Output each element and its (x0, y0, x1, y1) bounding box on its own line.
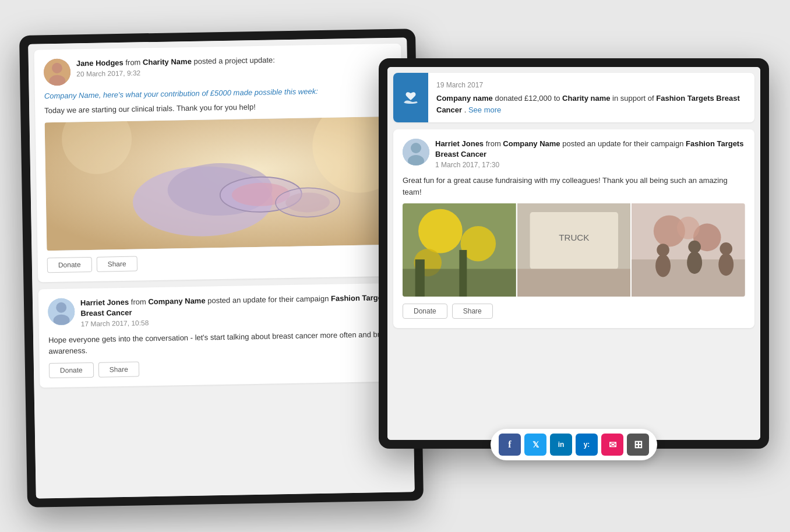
post-meta-jane: Jane Hodges from Charity Name posted a p… (76, 53, 393, 79)
svg-point-36 (655, 255, 671, 277)
action-harriet-right: posted an update for their campaign (562, 139, 686, 148)
device-left-screen: Jane Hodges from Charity Name posted a p… (28, 37, 415, 498)
avatar-harriet-left (48, 298, 75, 325)
donation-support: in support of (612, 94, 656, 103)
linkedin-button[interactable]: in (550, 434, 572, 456)
post-title-harriet-right: Harriet Jones from Company Name posted a… (435, 139, 745, 160)
device-right-screen: 19 March 2017 Company name donated £12,0… (387, 67, 760, 440)
avatar-jane (44, 58, 71, 86)
share-button-harriet-left[interactable]: Share (98, 361, 139, 377)
author-jane: Jane Hodges (76, 58, 124, 68)
share-button-jane[interactable]: Share (96, 256, 137, 272)
post-header-jane: Jane Hodges from Charity Name posted a p… (44, 53, 393, 86)
right-feed: 19 March 2017 Company name donated £12,0… (387, 67, 760, 440)
svg-rect-24 (459, 250, 467, 297)
post-image-lab (45, 116, 396, 250)
facebook-button[interactable]: f (499, 434, 521, 456)
post-actions-harriet-right: Donate Share (403, 304, 745, 319)
svg-point-19 (418, 209, 463, 253)
see-more-link[interactable]: See more (468, 105, 501, 114)
donate-icon (401, 89, 420, 107)
svg-point-38 (687, 252, 703, 274)
org-jane: Charity Name (143, 57, 192, 66)
grid-image-3 (632, 203, 745, 297)
action-jane: posted a project update: (193, 55, 275, 65)
svg-text:TRUCK: TRUCK (559, 232, 589, 242)
svg-rect-23 (415, 260, 425, 297)
from-harriet-left: from (131, 297, 149, 306)
donation-separator: . (464, 105, 468, 114)
post-meta-harriet-right: Harriet Jones from Company Name posted a… (435, 139, 745, 169)
screen: Jane Hodges from Charity Name posted a p… (0, 0, 790, 532)
donation-company: Company name (436, 94, 493, 103)
post-highlight-jane: Company Name, here's what your contribut… (44, 86, 393, 100)
avatar-harriet-right (403, 139, 429, 165)
svg-point-33 (677, 217, 700, 239)
post-header-harriet-left: Harriet Jones from Company Name posted a… (48, 292, 397, 329)
donation-date: 19 March 2017 (436, 80, 746, 90)
post-body-harriet-left: Hope everyone gets into the conversation… (48, 329, 397, 357)
svg-point-40 (719, 253, 734, 276)
device-left: Jane Hodges from Charity Name posted a p… (19, 29, 424, 508)
donation-text: 19 March 2017 Company name donated £12,0… (428, 73, 754, 122)
yammer-icon: y: (584, 441, 590, 449)
post-meta-harriet-left: Harriet Jones from Company Name posted a… (80, 292, 397, 328)
donate-button-harriet-right[interactable]: Donate (403, 304, 447, 319)
donation-icon-block (393, 73, 428, 122)
twitter-icon: 𝕏 (532, 440, 539, 449)
share-button-harriet-right[interactable]: Share (452, 304, 493, 319)
post-image-grid: TRUCK (403, 203, 745, 297)
yammer-button[interactable]: y: (576, 434, 598, 456)
post-header-harriet-right: Harriet Jones from Company Name posted a… (403, 139, 745, 169)
linkedin-icon: in (558, 441, 565, 449)
device-right: 19 March 2017 Company name donated £12,0… (379, 58, 769, 449)
svg-rect-29 (517, 269, 631, 297)
donation-description: Company name donated £12,000 to Charity … (436, 93, 746, 115)
author-harriet-left: Harriet Jones (80, 297, 129, 306)
grid-image-1 (403, 203, 516, 297)
post-body-jane: Today we are starting our clinical trial… (44, 99, 393, 117)
social-bar: f 𝕏 in y: ✉ ⊞ (491, 429, 657, 460)
action-harriet-left: posted an update for their campaign (207, 294, 331, 305)
more-button[interactable]: ⊞ (627, 434, 649, 456)
email-icon: ✉ (609, 439, 616, 450)
more-icon: ⊞ (634, 438, 643, 451)
grid-image-2: TRUCK (517, 203, 631, 297)
from-label-jane: from (125, 58, 140, 66)
donation-amount: donated £12,000 to (495, 94, 562, 103)
author-harriet-right: Harriet Jones (435, 139, 484, 148)
post-actions-harriet-left: Donate Share (49, 357, 397, 378)
donate-button-harriet-left[interactable]: Donate (49, 362, 94, 378)
donation-charity: Charity name (562, 94, 610, 103)
from-harriet-right: from (486, 139, 503, 148)
svg-point-35 (657, 244, 670, 257)
email-button[interactable]: ✉ (601, 434, 623, 456)
post-card-harriet-right: Harriet Jones from Company Name posted a… (393, 129, 754, 328)
post-body-harriet-right: Great fun for a great cause fundraising … (403, 175, 745, 198)
facebook-icon: f (508, 439, 511, 450)
twitter-button[interactable]: 𝕏 (524, 434, 546, 456)
donate-button-jane[interactable]: Donate (47, 256, 92, 272)
donation-card: 19 March 2017 Company name donated £12,0… (393, 73, 754, 122)
org-harriet-right: Company Name (503, 139, 560, 148)
date-harriet-right: 1 March 2017, 17:30 (435, 161, 745, 169)
org-harriet-left: Company Name (148, 296, 205, 306)
post-actions-jane: Donate Share (47, 251, 396, 272)
svg-point-16 (411, 143, 421, 153)
post-card-jane: Jane Hodges from Charity Name posted a p… (34, 44, 405, 282)
post-card-harriet-left: Harriet Jones from Company Name posted a… (38, 283, 407, 387)
left-feed: Jane Hodges from Charity Name posted a p… (28, 37, 415, 498)
